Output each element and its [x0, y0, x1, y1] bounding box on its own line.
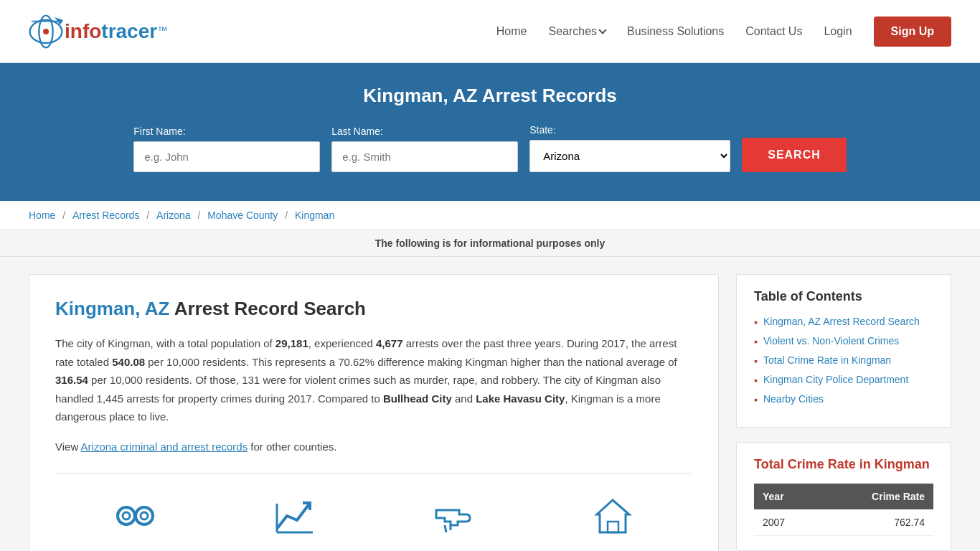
gun-icon — [428, 491, 479, 541]
crime-rate-box: Total Crime Rate in Kingman Year Crime R… — [736, 442, 951, 551]
state-select[interactable]: Alabama Alaska Arizona Arkansas Californ… — [529, 140, 730, 172]
icon-house — [588, 491, 638, 541]
state-group: State: Alabama Alaska Arizona Arkansas C… — [529, 124, 730, 172]
icons-row — [55, 473, 692, 541]
svg-point-7 — [123, 512, 130, 519]
city1-value: Bullhead City — [383, 392, 452, 405]
logo-text: infotracer™ — [65, 20, 167, 43]
svg-rect-15 — [608, 522, 618, 532]
toc-item-4: Kingman City Police Department — [754, 374, 933, 386]
rate-value: 540.08 — [112, 356, 145, 368]
heading-city: Kingman, AZ — [55, 298, 169, 319]
row-year: 2007 — [754, 509, 819, 536]
nav-contact-us[interactable]: Contact Us — [745, 25, 802, 38]
toc-link-1[interactable]: Kingman, AZ Arrest Record Search — [763, 316, 920, 327]
toc-item-2: Violent vs. Non-Violent Crimes — [754, 335, 933, 347]
chart-up-icon — [269, 491, 319, 541]
city2-value: Lake Havasu City — [476, 392, 565, 405]
breadcrumb-sep-2: / — [146, 209, 152, 221]
last-name-label: Last Name: — [331, 126, 383, 137]
state-label: State: — [529, 124, 556, 136]
intro-paragraph: The city of Kingman, with a total popula… — [55, 334, 692, 426]
last-name-group: Last Name: — [331, 126, 518, 172]
breadcrumb-sep-3: / — [197, 209, 203, 221]
nat-avg-value: 316.54 — [55, 374, 88, 386]
toc-item-3: Total Crime Rate in Kingman — [754, 354, 933, 367]
breadcrumb: Home / Arrest Records / Arizona / Mohave… — [0, 201, 980, 230]
az-link-paragraph: View Arizona criminal and arrest records… — [55, 438, 692, 456]
first-name-group: First Name: — [133, 126, 320, 172]
svg-point-6 — [136, 507, 153, 524]
last-name-input[interactable] — [331, 141, 518, 172]
heading-rest: Arrest Record Search — [169, 298, 366, 319]
toc-link-4[interactable]: Kingman City Police Department — [763, 374, 908, 385]
first-name-label: First Name: — [133, 126, 185, 137]
az-criminal-link[interactable]: Arizona criminal and arrest records — [81, 441, 248, 453]
toc-heading: Table of Contents — [754, 289, 933, 304]
table-row: 2007 762.74 — [754, 509, 933, 536]
row-rate: 762.74 — [819, 509, 933, 536]
svg-point-5 — [118, 507, 135, 524]
svg-line-12 — [445, 525, 446, 532]
breadcrumb-kingman[interactable]: Kingman — [295, 209, 334, 221]
hero-title: Kingman, AZ Arrest Records — [29, 85, 951, 107]
searches-chevron-icon — [598, 26, 606, 34]
house-icon — [588, 491, 638, 541]
svg-marker-14 — [597, 500, 629, 532]
svg-point-2 — [43, 29, 49, 34]
icon-gun — [428, 491, 479, 541]
login-button[interactable]: Login — [824, 25, 852, 38]
toc-box: Table of Contents Kingman, AZ Arrest Rec… — [736, 274, 951, 428]
search-button[interactable]: SEARCH — [742, 138, 847, 172]
toc-link-2[interactable]: Violent vs. Non-Violent Crimes — [763, 335, 899, 347]
logo-icon — [29, 14, 63, 49]
arrests-value: 4,677 — [376, 337, 403, 349]
toc-list: Kingman, AZ Arrest Record Search Violent… — [754, 316, 933, 405]
col-year-header: Year — [754, 484, 819, 509]
search-form: First Name: Last Name: State: Alabama Al… — [29, 124, 951, 172]
nav-business-solutions[interactable]: Business Solutions — [627, 25, 724, 38]
info-banner: The following is for informational purpo… — [0, 230, 980, 257]
toc-item-5: Nearby Cities — [754, 393, 933, 405]
content-area: Kingman, AZ Arrest Record Search The cit… — [29, 274, 719, 551]
signup-button[interactable]: Sign Up — [874, 17, 951, 47]
col-rate-header: Crime Rate — [819, 484, 933, 509]
icon-chart — [269, 491, 319, 541]
header: infotracer™ Home Searches Business Solut… — [0, 0, 980, 63]
svg-point-8 — [141, 512, 148, 519]
toc-link-3[interactable]: Total Crime Rate in Kingman — [763, 354, 891, 366]
breadcrumb-arizona[interactable]: Arizona — [156, 209, 190, 221]
first-name-input[interactable] — [133, 141, 320, 172]
handcuffs-icon — [110, 491, 160, 541]
breadcrumb-arrest-records[interactable]: Arrest Records — [72, 209, 139, 221]
page-heading: Kingman, AZ Arrest Record Search — [55, 298, 692, 320]
population-value: 29,181 — [275, 337, 308, 349]
breadcrumb-home[interactable]: Home — [29, 209, 55, 221]
breadcrumb-mohave-county[interactable]: Mohave County — [207, 209, 278, 221]
icon-handcuffs — [110, 491, 160, 541]
sidebar: Table of Contents Kingman, AZ Arrest Rec… — [736, 274, 951, 551]
toc-link-5[interactable]: Nearby Cities — [763, 393, 824, 405]
main-layout: Kingman, AZ Arrest Record Search The cit… — [0, 257, 980, 551]
main-nav: Home Searches Business Solutions Contact… — [496, 17, 951, 47]
breadcrumb-sep-4: / — [285, 209, 291, 221]
nav-home[interactable]: Home — [496, 25, 527, 38]
nav-searches[interactable]: Searches — [548, 25, 606, 38]
breadcrumb-sep-1: / — [62, 209, 68, 221]
crime-rate-table: Year Crime Rate 2007 762.74 — [754, 484, 933, 536]
toc-item-1: Kingman, AZ Arrest Record Search — [754, 316, 933, 328]
crime-rate-heading: Total Crime Rate in Kingman — [754, 457, 933, 472]
logo: infotracer™ — [29, 14, 167, 49]
hero-section: Kingman, AZ Arrest Records First Name: L… — [0, 63, 980, 201]
